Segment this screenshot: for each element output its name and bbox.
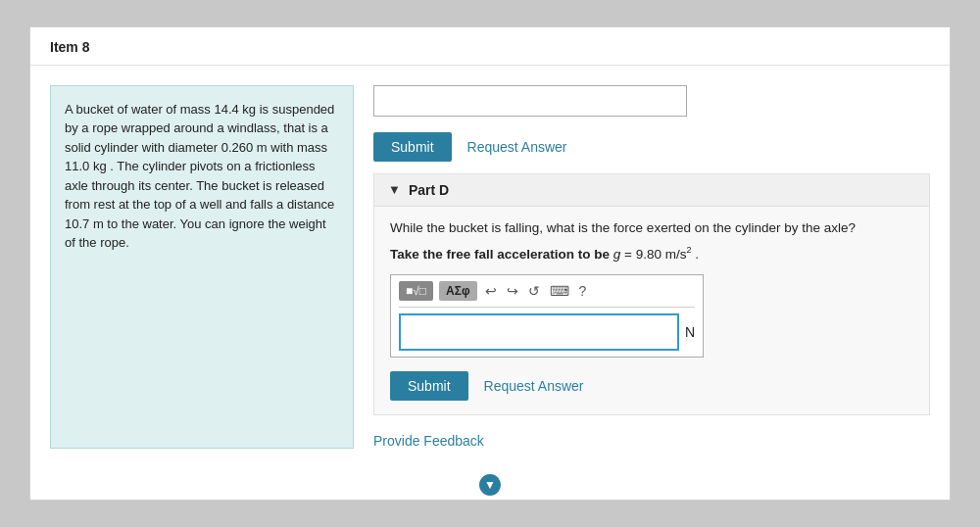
item-title: Item 8 [50, 39, 89, 55]
toolbar-undo-icon[interactable]: ↩ [483, 283, 499, 299]
part-d-title: Part D [409, 182, 449, 198]
top-submit-row: Submit Request Answer [373, 132, 930, 162]
toolbar-refresh-icon[interactable]: ↺ [526, 283, 542, 299]
part-d-submit-row: Submit Request Answer [390, 371, 913, 401]
top-submit-button[interactable]: Submit [373, 132, 452, 162]
part-d-submit-button[interactable]: Submit [390, 371, 468, 401]
formula-bold-prefix: Take the free fall acceleration to be [390, 246, 613, 261]
part-d-arrow-icon: ▼ [388, 182, 401, 197]
part-d-formula: Take the free fall acceleration to be g … [390, 245, 913, 262]
main-content: A bucket of water of mass 14.4 kg is sus… [30, 66, 950, 469]
scroll-indicator: ▼ [30, 468, 950, 500]
toolbar-redo-icon[interactable]: ↪ [505, 283, 520, 299]
provide-feedback-link[interactable]: Provide Feedback [373, 433, 930, 449]
toolbar-symbol-button[interactable]: ΑΣφ [439, 281, 476, 301]
top-answer-input[interactable] [373, 85, 687, 117]
part-d-header[interactable]: ▼ Part D [374, 174, 929, 207]
page-container: Item 8 A bucket of water of mass 14.4 kg… [29, 26, 951, 502]
part-d-question: While the bucket is falling, what is the… [390, 220, 913, 235]
problem-text: A bucket of water of mass 14.4 kg is sus… [65, 102, 334, 251]
part-d-answer-input[interactable] [399, 313, 679, 351]
formula-input-row: N [399, 313, 695, 351]
part-d-body: While the bucket is falling, what is the… [374, 207, 929, 415]
part-d-request-answer-link[interactable]: Request Answer [484, 378, 584, 394]
formula-sup: 2 [687, 245, 692, 255]
part-d-section: ▼ Part D While the bucket is falling, wh… [373, 173, 930, 416]
toolbar-help-icon[interactable]: ? [577, 283, 589, 299]
top-request-answer-link[interactable]: Request Answer [467, 139, 567, 155]
top-answer-area [373, 85, 930, 117]
toolbar-keyboard-icon[interactable]: ⌨ [548, 283, 571, 299]
toolbar-sqrt-button[interactable]: ■√□ [399, 281, 433, 301]
scroll-down-button[interactable]: ▼ [479, 474, 501, 496]
unit-label: N [685, 324, 695, 340]
problem-description: A bucket of water of mass 14.4 kg is sus… [50, 85, 354, 450]
right-panel: Submit Request Answer ▼ Part D While the… [373, 85, 930, 450]
formula-math: g [613, 246, 621, 261]
item-header: Item 8 [30, 27, 950, 66]
formula-toolbar-container: ■√□ ΑΣφ ↩ ↪ ↺ ⌨ ? N [390, 274, 704, 358]
toolbar-icons-row: ■√□ ΑΣφ ↩ ↪ ↺ ⌨ ? [399, 281, 695, 308]
